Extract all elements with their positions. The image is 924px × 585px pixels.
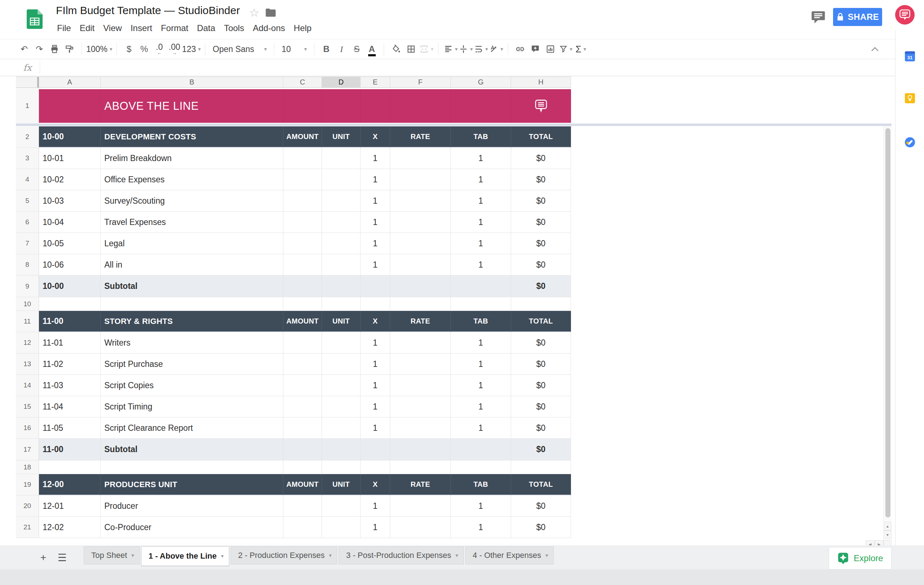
column-header-C[interactable]: C [283,77,322,88]
row-number[interactable]: 14 [16,375,39,396]
cell[interactable] [39,460,101,474]
cell[interactable]: 10-06 [39,254,101,276]
column-header-E[interactable]: E [361,77,390,88]
cell[interactable]: 11-00 [39,439,101,460]
paint-format-button[interactable] [62,41,77,57]
select-all-corner[interactable] [16,77,39,88]
menu-format[interactable]: Format [157,21,193,35]
cell[interactable] [390,254,451,276]
cell[interactable] [322,89,361,123]
cell[interactable]: AMOUNT [283,474,322,496]
insert-chart-button[interactable] [543,41,558,57]
row-number[interactable]: 16 [16,417,39,439]
cell[interactable]: 11-03 [39,375,101,396]
cell[interactable]: X [361,126,390,148]
cell[interactable] [322,396,361,417]
cell[interactable] [283,297,322,311]
text-rotation-button[interactable]: ▾ [488,41,503,57]
cell[interactable] [322,332,361,354]
cell[interactable] [322,276,361,297]
cell[interactable] [322,212,361,233]
print-button[interactable] [47,41,62,57]
cell[interactable]: $0 [511,396,571,417]
cell[interactable] [511,297,571,311]
font-size-select[interactable]: 10▾ [279,41,310,57]
redo-button[interactable]: ↷ [32,41,47,57]
cell[interactable] [451,276,511,297]
row-number[interactable]: 7 [16,233,39,254]
cell[interactable] [322,169,361,190]
menu-file[interactable]: File [53,21,76,35]
insert-comment-button[interactable] [528,41,543,57]
menu-tools[interactable]: Tools [219,21,248,35]
cell[interactable] [511,89,571,123]
cell[interactable] [283,496,322,517]
vertical-scrollbar-thumb[interactable] [885,128,891,517]
chevron-down-icon[interactable]: ▾ [221,553,224,559]
vertical-scrollbar[interactable] [884,126,891,522]
cell[interactable]: 10-00 [39,276,101,297]
cell[interactable]: 11-02 [39,354,101,375]
strikethrough-button[interactable]: S [349,41,364,57]
cell[interactable]: UNIT [322,126,361,148]
cell[interactable] [283,212,322,233]
sheet-tab-top-sheet[interactable]: Top Sheet▾ [84,546,140,564]
banner-band[interactable]: ABOVE THE LINE [39,89,571,123]
cell[interactable]: STORY & RIGHTS [101,311,283,332]
cell[interactable]: Co-Producer [101,517,283,538]
cell[interactable]: X [361,474,390,496]
cell[interactable]: 1 [361,233,390,254]
cell[interactable]: 1 [361,396,390,417]
row-number[interactable]: 21 [16,517,39,538]
vertical-align-button[interactable]: ▾ [458,41,473,57]
cell[interactable]: 1 [361,332,390,354]
cell[interactable]: All in [101,254,283,276]
cell[interactable]: $0 [511,375,571,396]
cell[interactable]: 1 [361,212,390,233]
cell[interactable]: 12-01 [39,496,101,517]
cell[interactable]: TAB [451,126,511,148]
cell[interactable]: $0 [511,517,571,538]
cell[interactable]: RATE [390,474,451,496]
cell[interactable]: Subtotal [101,439,283,460]
cell[interactable]: AMOUNT [283,311,322,332]
collapse-toolbar-button[interactable] [868,43,882,56]
cell[interactable]: Legal [101,233,283,254]
cell[interactable]: TAB [451,474,511,496]
row-number[interactable]: 18 [16,460,39,474]
cell[interactable]: 1 [451,517,511,538]
cell[interactable] [390,460,451,474]
add-sheet-button[interactable]: + [36,550,51,565]
cell[interactable]: Survey/Scouting [101,190,283,212]
row-number[interactable]: 5 [16,190,39,212]
cell[interactable] [322,297,361,311]
cell[interactable]: DEVELOPMENT COSTS [101,126,283,148]
cell[interactable]: UNIT [322,311,361,332]
cell[interactable] [283,190,322,212]
cell[interactable]: 1 [451,212,511,233]
cell[interactable] [451,297,511,311]
cell[interactable]: AMOUNT [283,126,322,148]
cell[interactable]: Script Clearance Report [101,417,283,439]
cell[interactable] [39,297,101,311]
italic-button[interactable]: I [334,41,349,57]
cell[interactable]: ABOVE THE LINE [101,89,283,123]
row-number[interactable]: 12 [16,332,39,354]
menu-insert[interactable]: Insert [126,21,157,35]
cell[interactable] [390,332,451,354]
cell[interactable]: 12-00 [39,474,101,496]
cell[interactable]: TAB [451,311,511,332]
filter-button[interactable]: ▾ [558,41,573,57]
cell[interactable] [451,439,511,460]
cell[interactable]: TOTAL [511,474,571,496]
row-number[interactable]: 1 [16,88,39,124]
cell[interactable] [361,276,390,297]
menu-data[interactable]: Data [193,21,220,35]
cell[interactable] [322,190,361,212]
format-currency-button[interactable]: $ [121,41,137,57]
tasks-icon[interactable] [905,137,915,147]
increase-decimal-button[interactable]: .00→ [167,41,182,57]
cell[interactable]: PRODUCERS UNIT [101,474,283,496]
cell[interactable] [390,297,451,311]
font-select[interactable]: Open Sans▾ [210,41,270,57]
